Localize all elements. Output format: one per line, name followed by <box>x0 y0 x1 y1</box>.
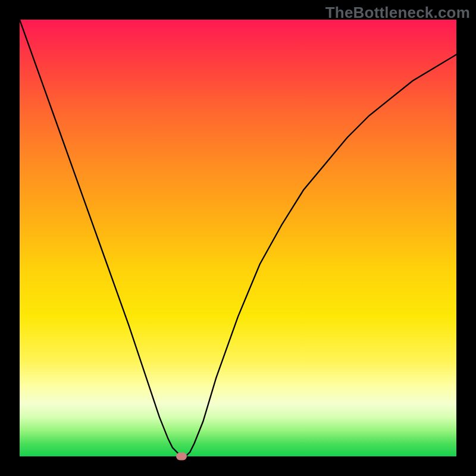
bottleneck-curve <box>20 20 456 456</box>
chart-curve-svg <box>20 20 456 456</box>
minimum-marker <box>176 453 187 461</box>
watermark-text: TheBottleneck.com <box>325 4 470 22</box>
chart-frame: TheBottleneck.com <box>0 0 476 476</box>
plot-area <box>20 20 456 456</box>
